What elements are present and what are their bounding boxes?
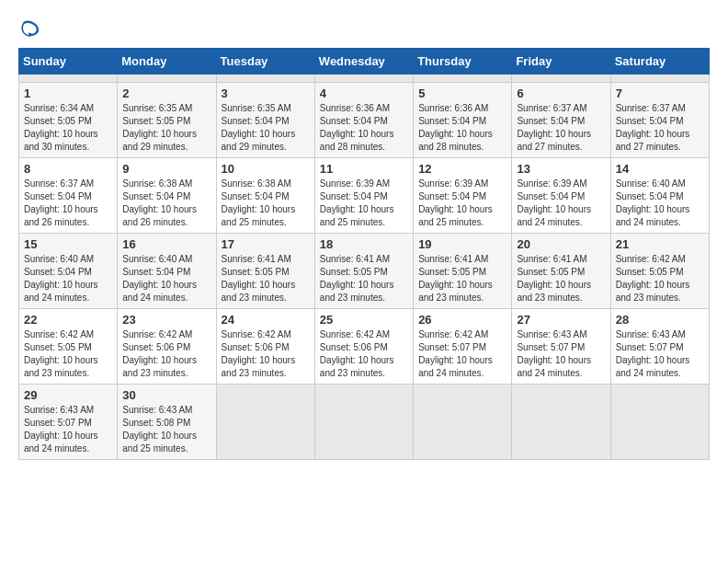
week-row-0 bbox=[19, 75, 710, 83]
day-info: Sunrise: 6:39 AM Sunset: 5:04 PM Dayligh… bbox=[320, 178, 408, 229]
day-info: Sunrise: 6:34 AM Sunset: 5:05 PM Dayligh… bbox=[24, 102, 112, 154]
day-number: 13 bbox=[517, 162, 605, 176]
calendar-cell: 21Sunrise: 6:42 AM Sunset: 5:05 PM Dayli… bbox=[610, 234, 709, 309]
header-day-friday: Friday bbox=[512, 49, 610, 75]
calendar-cell: 28Sunrise: 6:43 AM Sunset: 5:07 PM Dayli… bbox=[610, 309, 709, 385]
calendar-cell: 13Sunrise: 6:39 AM Sunset: 5:04 PM Dayli… bbox=[512, 158, 610, 234]
calendar-cell: 25Sunrise: 6:42 AM Sunset: 5:06 PM Dayli… bbox=[314, 309, 413, 385]
calendar-cell bbox=[216, 385, 314, 460]
day-info: Sunrise: 6:40 AM Sunset: 5:04 PM Dayligh… bbox=[616, 178, 704, 229]
day-info: Sunrise: 6:42 AM Sunset: 5:05 PM Dayligh… bbox=[616, 253, 704, 304]
calendar-cell bbox=[314, 385, 413, 460]
calendar-cell: 2Sunrise: 6:35 AM Sunset: 5:05 PM Daylig… bbox=[118, 83, 216, 158]
header-day-saturday: Saturday bbox=[610, 49, 709, 75]
calendar-cell: 23Sunrise: 6:42 AM Sunset: 5:06 PM Dayli… bbox=[118, 309, 216, 385]
week-row-4: 22Sunrise: 6:42 AM Sunset: 5:05 PM Dayli… bbox=[19, 309, 710, 385]
day-info: Sunrise: 6:37 AM Sunset: 5:04 PM Dayligh… bbox=[517, 102, 605, 154]
day-info: Sunrise: 6:42 AM Sunset: 5:05 PM Dayligh… bbox=[24, 328, 112, 380]
calendar-cell: 30Sunrise: 6:43 AM Sunset: 5:08 PM Dayli… bbox=[118, 385, 216, 460]
calendar-cell: 10Sunrise: 6:38 AM Sunset: 5:04 PM Dayli… bbox=[216, 158, 314, 234]
header-day-wednesday: Wednesday bbox=[314, 49, 413, 75]
calendar-cell: 12Sunrise: 6:39 AM Sunset: 5:04 PM Dayli… bbox=[414, 158, 512, 234]
day-number: 25 bbox=[320, 313, 408, 327]
day-number: 27 bbox=[517, 313, 605, 327]
day-info: Sunrise: 6:40 AM Sunset: 5:04 PM Dayligh… bbox=[24, 253, 112, 304]
calendar-cell: 24Sunrise: 6:42 AM Sunset: 5:06 PM Dayli… bbox=[216, 309, 314, 385]
day-number: 20 bbox=[517, 237, 605, 251]
day-number: 1 bbox=[24, 86, 112, 100]
day-info: Sunrise: 6:43 AM Sunset: 5:07 PM Dayligh… bbox=[517, 328, 605, 380]
calendar-cell bbox=[512, 75, 610, 83]
day-info: Sunrise: 6:38 AM Sunset: 5:04 PM Dayligh… bbox=[122, 178, 210, 229]
calendar-cell bbox=[610, 385, 709, 460]
calendar-cell: 16Sunrise: 6:40 AM Sunset: 5:04 PM Dayli… bbox=[118, 234, 216, 309]
calendar-header-row: SundayMondayTuesdayWednesdayThursdayFrid… bbox=[19, 49, 710, 75]
day-info: Sunrise: 6:37 AM Sunset: 5:04 PM Dayligh… bbox=[24, 178, 112, 229]
day-info: Sunrise: 6:36 AM Sunset: 5:04 PM Dayligh… bbox=[418, 102, 506, 154]
day-number: 10 bbox=[222, 162, 310, 176]
calendar-cell: 19Sunrise: 6:41 AM Sunset: 5:05 PM Dayli… bbox=[414, 234, 512, 309]
day-number: 30 bbox=[122, 388, 210, 402]
calendar-cell bbox=[414, 385, 512, 460]
header bbox=[18, 18, 710, 40]
calendar-cell: 8Sunrise: 6:37 AM Sunset: 5:04 PM Daylig… bbox=[19, 158, 118, 234]
week-row-5: 29Sunrise: 6:43 AM Sunset: 5:07 PM Dayli… bbox=[19, 385, 710, 460]
day-info: Sunrise: 6:43 AM Sunset: 5:08 PM Dayligh… bbox=[122, 404, 210, 455]
day-number: 17 bbox=[222, 237, 310, 251]
calendar-cell: 29Sunrise: 6:43 AM Sunset: 5:07 PM Dayli… bbox=[19, 385, 118, 460]
day-number: 24 bbox=[222, 313, 310, 327]
day-info: Sunrise: 6:39 AM Sunset: 5:04 PM Dayligh… bbox=[517, 178, 605, 229]
day-number: 14 bbox=[616, 162, 704, 176]
day-info: Sunrise: 6:38 AM Sunset: 5:04 PM Dayligh… bbox=[222, 178, 310, 229]
day-info: Sunrise: 6:41 AM Sunset: 5:05 PM Dayligh… bbox=[517, 253, 605, 304]
calendar-cell: 5Sunrise: 6:36 AM Sunset: 5:04 PM Daylig… bbox=[414, 83, 512, 158]
day-info: Sunrise: 6:41 AM Sunset: 5:05 PM Dayligh… bbox=[222, 253, 310, 304]
day-info: Sunrise: 6:41 AM Sunset: 5:05 PM Dayligh… bbox=[320, 253, 408, 304]
day-number: 4 bbox=[320, 86, 408, 100]
logo bbox=[18, 18, 44, 40]
day-number: 15 bbox=[24, 237, 112, 251]
week-row-2: 8Sunrise: 6:37 AM Sunset: 5:04 PM Daylig… bbox=[19, 158, 710, 234]
calendar-cell: 20Sunrise: 6:41 AM Sunset: 5:05 PM Dayli… bbox=[512, 234, 610, 309]
day-number: 11 bbox=[320, 162, 408, 176]
day-info: Sunrise: 6:42 AM Sunset: 5:07 PM Dayligh… bbox=[418, 328, 506, 380]
calendar-cell: 9Sunrise: 6:38 AM Sunset: 5:04 PM Daylig… bbox=[118, 158, 216, 234]
day-number: 28 bbox=[616, 313, 704, 327]
day-number: 2 bbox=[122, 86, 210, 100]
day-number: 19 bbox=[418, 237, 506, 251]
calendar-cell: 26Sunrise: 6:42 AM Sunset: 5:07 PM Dayli… bbox=[414, 309, 512, 385]
calendar-cell: 27Sunrise: 6:43 AM Sunset: 5:07 PM Dayli… bbox=[512, 309, 610, 385]
day-number: 9 bbox=[122, 162, 210, 176]
calendar-cell: 4Sunrise: 6:36 AM Sunset: 5:04 PM Daylig… bbox=[314, 83, 413, 158]
week-row-1: 1Sunrise: 6:34 AM Sunset: 5:05 PM Daylig… bbox=[19, 83, 710, 158]
day-info: Sunrise: 6:42 AM Sunset: 5:06 PM Dayligh… bbox=[222, 328, 310, 380]
day-number: 16 bbox=[122, 237, 210, 251]
calendar-cell bbox=[118, 75, 216, 83]
day-info: Sunrise: 6:40 AM Sunset: 5:04 PM Dayligh… bbox=[122, 253, 210, 304]
header-day-monday: Monday bbox=[118, 49, 216, 75]
day-info: Sunrise: 6:42 AM Sunset: 5:06 PM Dayligh… bbox=[122, 328, 210, 380]
day-number: 18 bbox=[320, 237, 408, 251]
day-number: 3 bbox=[222, 86, 310, 100]
calendar-cell: 3Sunrise: 6:35 AM Sunset: 5:04 PM Daylig… bbox=[216, 83, 314, 158]
day-info: Sunrise: 6:43 AM Sunset: 5:07 PM Dayligh… bbox=[616, 328, 704, 380]
day-info: Sunrise: 6:35 AM Sunset: 5:04 PM Dayligh… bbox=[222, 102, 310, 154]
day-info: Sunrise: 6:41 AM Sunset: 5:05 PM Dayligh… bbox=[418, 253, 506, 304]
calendar: SundayMondayTuesdayWednesdayThursdayFrid… bbox=[18, 48, 710, 460]
logo-icon bbox=[18, 18, 40, 40]
day-number: 29 bbox=[24, 388, 112, 402]
day-number: 26 bbox=[418, 313, 506, 327]
day-number: 7 bbox=[616, 86, 704, 100]
day-number: 12 bbox=[418, 162, 506, 176]
day-number: 8 bbox=[24, 162, 112, 176]
day-number: 21 bbox=[616, 237, 704, 251]
calendar-cell: 22Sunrise: 6:42 AM Sunset: 5:05 PM Dayli… bbox=[19, 309, 118, 385]
day-number: 22 bbox=[24, 313, 112, 327]
day-info: Sunrise: 6:43 AM Sunset: 5:07 PM Dayligh… bbox=[24, 404, 112, 455]
week-row-3: 15Sunrise: 6:40 AM Sunset: 5:04 PM Dayli… bbox=[19, 234, 710, 309]
calendar-cell bbox=[314, 75, 413, 83]
header-day-tuesday: Tuesday bbox=[216, 49, 314, 75]
day-info: Sunrise: 6:42 AM Sunset: 5:06 PM Dayligh… bbox=[320, 328, 408, 380]
header-day-thursday: Thursday bbox=[414, 49, 512, 75]
day-info: Sunrise: 6:35 AM Sunset: 5:05 PM Dayligh… bbox=[122, 102, 210, 154]
